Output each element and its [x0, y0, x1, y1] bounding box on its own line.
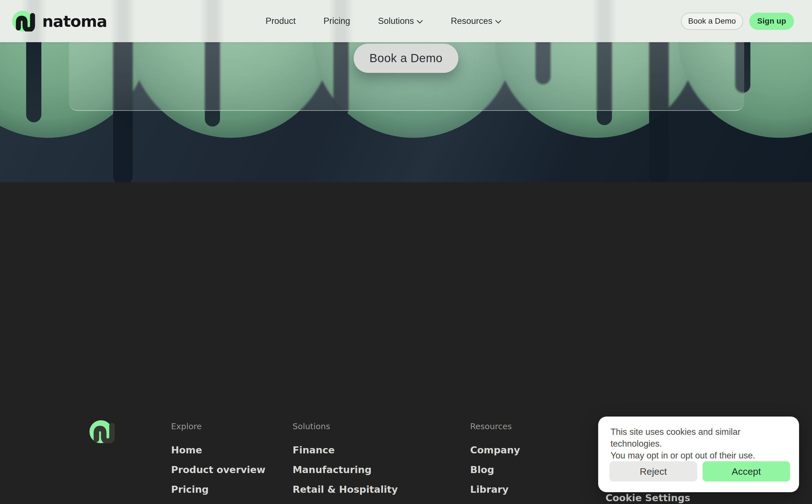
footer-link-cookie-settings[interactable]: Cookie Settings — [606, 492, 690, 503]
list-item: Healthcare — [292, 499, 400, 504]
list-item: Book a Demo — [171, 499, 265, 504]
footer-link-library[interactable]: Library — [470, 484, 509, 495]
footer-link-pricing[interactable]: Pricing — [171, 484, 209, 495]
footer-column-title: Solutions — [292, 422, 400, 431]
nav-item-solutions[interactable]: Solutions — [378, 16, 423, 26]
list-item: Library — [470, 480, 520, 499]
hero-book-demo-button[interactable]: Book a Demo — [354, 44, 458, 73]
natoma-logo-icon — [89, 420, 117, 443]
reject-cookies-button[interactable]: Reject — [610, 461, 697, 481]
navbar: natoma Product Pricing Solutions Resourc… — [0, 0, 812, 42]
cookie-message: This site uses cookies and similar techn… — [611, 426, 788, 462]
footer-logo — [89, 420, 117, 444]
footer-link-home[interactable]: Home — [171, 444, 202, 456]
footer-column-resources: Resources Company Blog Library LinkedIn — [470, 422, 520, 504]
footer-link-blog[interactable]: Blog — [470, 464, 494, 475]
footer-link-manufacturing[interactable]: Manufacturing — [292, 464, 372, 475]
nav-book-demo-button[interactable]: Book a Demo — [681, 13, 743, 30]
footer-column-solutions: Solutions Finance Manufacturing Retail &… — [292, 422, 400, 504]
list-item: LinkedIn — [470, 499, 520, 504]
sign-up-button[interactable]: Sign up — [749, 13, 794, 30]
footer-link-finance[interactable]: Finance — [292, 444, 334, 456]
natoma-logo-icon — [12, 11, 37, 31]
footer-link-retail-hospitality[interactable]: Retail & Hospitality — [292, 484, 398, 495]
footer-link-list: Finance Manufacturing Retail & Hospitali… — [292, 440, 400, 504]
cookie-actions: Reject Accept — [610, 461, 790, 481]
list-item: Finance — [292, 440, 400, 460]
nav-item-label: Solutions — [378, 16, 414, 26]
cookie-message-line2: You may opt in or opt out of their use. — [611, 451, 755, 460]
brand[interactable]: natoma — [12, 0, 107, 42]
list-item: Manufacturing — [292, 460, 400, 480]
list-item: Company — [470, 440, 520, 460]
list-item: Home — [171, 440, 265, 460]
nav-item-label: Product — [265, 16, 296, 26]
footer-column-title: Resources — [470, 422, 520, 431]
list-item: Blog — [470, 460, 520, 480]
footer-link-product-overview[interactable]: Product overview — [171, 464, 265, 475]
footer-link-list: Company Blog Library LinkedIn — [470, 440, 520, 504]
nav-item-label: Resources — [451, 16, 493, 26]
chevron-down-icon — [417, 20, 423, 24]
list-item: Retail & Hospitality — [292, 480, 400, 499]
nav-item-resources[interactable]: Resources — [451, 16, 502, 26]
cookie-banner: This site uses cookies and similar techn… — [598, 417, 799, 492]
footer-link-company[interactable]: Company — [470, 444, 520, 456]
accept-cookies-button[interactable]: Accept — [703, 461, 790, 481]
nav-item-pricing[interactable]: Pricing — [323, 16, 350, 26]
nav-actions: Book a Demo Sign up — [681, 0, 794, 42]
brand-wordmark: natoma — [42, 12, 107, 30]
nav-links: Product Pricing Solutions Resources — [265, 0, 502, 42]
list-item: Pricing — [171, 480, 265, 499]
chevron-down-icon — [495, 20, 502, 24]
footer-column-title: Explore — [171, 422, 265, 431]
nav-item-product[interactable]: Product — [265, 16, 296, 26]
footer-link-list: Home Product overview Pricing Book a Dem… — [171, 440, 265, 504]
nav-item-label: Pricing — [323, 16, 350, 26]
cookie-message-line1: This site uses cookies and similar techn… — [611, 427, 741, 449]
footer-column-explore: Explore Home Product overview Pricing Bo… — [171, 422, 265, 504]
list-item: Product overview — [171, 460, 265, 480]
